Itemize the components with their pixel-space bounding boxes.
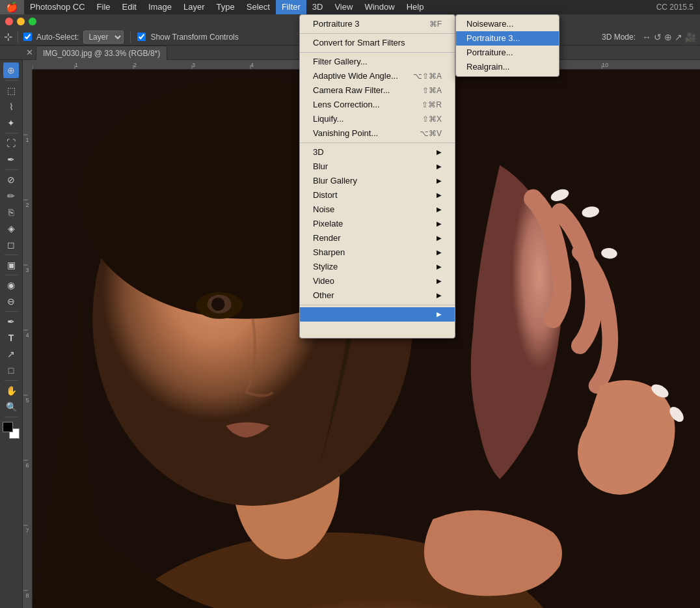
- close-button[interactable]: [5, 18, 13, 25]
- menu-edit[interactable]: Edit: [116, 0, 142, 14]
- noiseware-label: Noiseware...: [466, 17, 513, 31]
- liquify-label: Liquify...: [313, 112, 343, 126]
- gradient-tool-btn[interactable]: ▣: [3, 257, 19, 273]
- menu-layer[interactable]: Layer: [178, 0, 211, 14]
- filter-pixelate-arrow: ▶: [437, 217, 442, 231]
- adaptive-wide-shortcut: ⌥⇧⌘A: [413, 69, 442, 83]
- convert-smart-label: Convert for Smart Filters: [313, 36, 405, 50]
- filter-render-label: Render: [313, 231, 341, 245]
- move-tool-btn[interactable]: ⊕: [3, 62, 19, 78]
- filter-noise-arrow: ▶: [437, 202, 442, 217]
- apple-menu[interactable]: 🍎: [0, 0, 24, 14]
- tool-separator: [5, 80, 18, 81]
- maximize-button[interactable]: [29, 18, 36, 25]
- brush-tool-btn[interactable]: ✏: [3, 188, 19, 204]
- svg-text:3: 3: [25, 267, 29, 273]
- color-swatches[interactable]: [3, 422, 20, 439]
- minimize-button[interactable]: [17, 18, 25, 25]
- svg-text:10: 10: [602, 62, 608, 68]
- menu-window[interactable]: Window: [358, 0, 400, 14]
- eraser-tool-btn[interactable]: ◻: [3, 237, 19, 253]
- menu-filter[interactable]: Filter: [276, 0, 306, 14]
- svg-text:2: 2: [25, 202, 29, 208]
- filter-menu-vanishing[interactable]: Vanishing Point... ⌥⌘V: [300, 126, 455, 141]
- shape-tool-btn[interactable]: □: [3, 363, 19, 378]
- tool-separator-8: [5, 417, 18, 417]
- dodge-tool-btn[interactable]: ⊖: [3, 294, 19, 309]
- vanishing-point-label: Vanishing Point...: [313, 126, 378, 141]
- auto-select-checkbox[interactable]: [23, 33, 32, 41]
- filter-menu-sharpen[interactable]: Sharpen ▶: [300, 245, 455, 260]
- pen-tool-btn[interactable]: ✒: [3, 314, 19, 329]
- menu-select[interactable]: Select: [241, 0, 276, 14]
- filter-menu-3d[interactable]: 3D ▶: [300, 145, 455, 159]
- submenu-noiseware[interactable]: Noiseware...: [456, 17, 559, 31]
- lasso-tool-btn[interactable]: ⌇: [3, 99, 19, 115]
- foreground-color-swatch[interactable]: [3, 422, 13, 432]
- filter-blur-gallery-arrow: ▶: [437, 174, 442, 188]
- vertical-ruler: 1 2 3 4 5 6 7 8: [23, 70, 33, 608]
- quick-select-tool-btn[interactable]: ✦: [3, 115, 19, 131]
- healing-tool-btn[interactable]: ⊘: [3, 172, 19, 187]
- submenu-realgrain[interactable]: Realgrain...: [456, 60, 559, 74]
- filter-imagenomic-arrow: ▶: [437, 307, 442, 322]
- eyedropper-tool-btn[interactable]: ✒: [3, 152, 19, 167]
- submenu-portraiture[interactable]: Portraiture...: [456, 46, 559, 60]
- filter-stylize-arrow: ▶: [437, 260, 442, 274]
- filter-menu-stylize[interactable]: Stylize ▶: [300, 260, 455, 274]
- menu-image[interactable]: Image: [142, 0, 178, 14]
- filter-render-arrow: ▶: [437, 231, 442, 245]
- portraiture3-sub-label: Portraiture 3...: [466, 31, 520, 46]
- filter-menu-camera-raw[interactable]: Camera Raw Filter... ⇧⌘A: [300, 83, 455, 98]
- filter-noise-label: Noise: [313, 202, 334, 217]
- auto-select-dropdown[interactable]: Layer Group: [83, 31, 124, 44]
- menu-type[interactable]: Type: [211, 0, 241, 14]
- marquee-tool-btn[interactable]: ⬚: [3, 83, 19, 98]
- realgrain-label: Realgrain...: [466, 60, 509, 74]
- filter-separator-2: [300, 52, 455, 53]
- filter-menu-other[interactable]: Other ▶: [300, 288, 455, 303]
- filter-sharpen-label: Sharpen: [313, 245, 345, 260]
- crop-tool-btn[interactable]: ⛶: [3, 135, 19, 151]
- filter-menu-liquify[interactable]: Liquify... ⇧⌘X: [300, 112, 455, 126]
- menu-help[interactable]: Help: [401, 0, 430, 14]
- filter-menu-pixelate[interactable]: Pixelate ▶: [300, 217, 455, 231]
- filter-menu-render[interactable]: Render ▶: [300, 231, 455, 245]
- clone-tool-btn[interactable]: ⎘: [3, 204, 19, 220]
- filter-menu-portraiture3-top[interactable]: Portraiture 3 ⌘F: [300, 17, 455, 31]
- filter-menu-blur-gallery[interactable]: Blur Gallery ▶: [300, 174, 455, 188]
- submenu-portraiture3[interactable]: Portraiture 3...: [456, 31, 559, 46]
- filter-other-arrow: ▶: [437, 288, 442, 303]
- camera-raw-label: Camera Raw Filter...: [313, 83, 390, 98]
- filter-menu-lens[interactable]: Lens Correction... ⇧⌘R: [300, 98, 455, 112]
- tool-separator-2: [5, 133, 18, 133]
- tab-close-icon[interactable]: ✕: [26, 48, 33, 57]
- show-transform-checkbox[interactable]: [137, 33, 146, 41]
- menu-view[interactable]: View: [329, 0, 358, 14]
- menu-file[interactable]: File: [91, 0, 116, 14]
- filter-menu-noise[interactable]: Noise ▶: [300, 202, 455, 217]
- document-tab[interactable]: IMG_0030.jpg @ 33.3% (RGB/8*): [36, 46, 167, 60]
- filter-separator-4: [300, 305, 455, 305]
- filter-menu-blur[interactable]: Blur ▶: [300, 159, 455, 174]
- filter-menu-gallery[interactable]: Filter Gallery...: [300, 55, 455, 69]
- filter-menu-distort[interactable]: Distort ▶: [300, 188, 455, 202]
- filter-menu-video[interactable]: Video ▶: [300, 274, 455, 288]
- filter-menu-imagenomic[interactable]: ▶: [300, 307, 455, 322]
- zoom-tool-btn[interactable]: 🔍: [3, 399, 19, 415]
- filter-menu-browse[interactable]: [300, 322, 455, 336]
- menu-photoshop[interactable]: Photoshop CC: [24, 0, 91, 14]
- filter-menu-adaptive[interactable]: Adaptive Wide Angle... ⌥⇧⌘A: [300, 69, 455, 83]
- menu-3d[interactable]: 3D: [306, 0, 329, 14]
- hand-tool-btn[interactable]: ✋: [3, 383, 19, 398]
- filter-video-label: Video: [313, 274, 334, 288]
- tool-separator-4: [5, 255, 18, 255]
- history-tool-btn[interactable]: ◈: [3, 221, 19, 236]
- filter-portraiture3-top-shortcut: ⌘F: [429, 17, 442, 31]
- filter-3d-arrow: ▶: [437, 145, 442, 159]
- filter-menu-convert-smart[interactable]: Convert for Smart Filters: [300, 36, 455, 50]
- type-tool-btn[interactable]: T: [3, 330, 19, 346]
- blur-tool-btn[interactable]: ◉: [3, 277, 19, 293]
- path-selection-btn[interactable]: ↗: [3, 346, 19, 362]
- filter-pixelate-label: Pixelate: [313, 217, 343, 231]
